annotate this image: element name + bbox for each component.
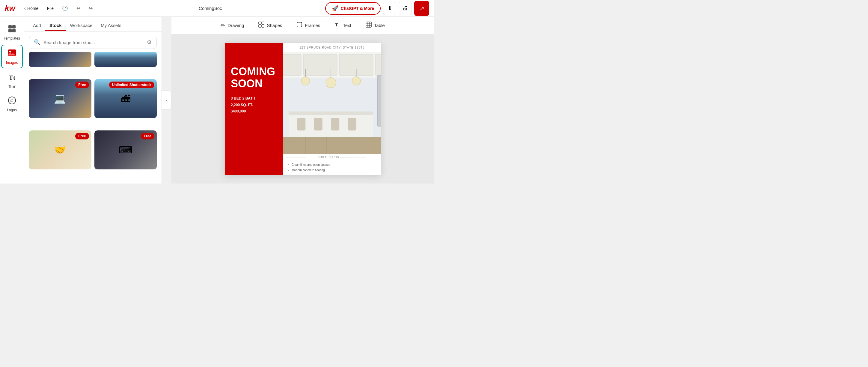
tab-workspace[interactable]: Workspace [66,20,97,31]
frames-label: Frames [305,23,320,28]
image-grid: 💻 Free 🏙 Unlimited Shutterstock 🤝 Free ⌨ [24,52,161,183]
download-icon: ⬇ [388,5,392,12]
svg-point-27 [301,77,310,85]
frames-tool[interactable]: Frames [294,20,322,30]
undo-button[interactable]: ↩ [73,4,83,13]
table-tool[interactable]: Table [363,20,387,30]
logos-label: Logos [7,108,17,112]
svg-rect-11 [259,25,261,27]
svg-rect-3 [12,29,16,32]
main-layout: Templates Images Tt Text [0,17,434,183]
frames-icon [297,22,303,29]
flyer-address: 123 SPRUCE ROAD CITY, STATE 12345 [283,43,381,52]
flyer-template: COMING SOON 3 BED 2 BATH 2,200 SQ. FT. $… [225,43,381,175]
table-label: Table [374,23,385,28]
text-label: Text [8,85,15,89]
images-icon [7,48,17,59]
drawing-label: Drawing [227,23,244,28]
list-item[interactable]: 🤝 Free [29,130,91,170]
images-label: Images [6,61,18,65]
svg-text:Tt: Tt [9,74,16,81]
svg-point-5 [9,51,11,53]
sidebar: Templates Images Tt Text [0,17,24,183]
filter-icon[interactable]: ⚙ [147,39,152,45]
home-label: Home [27,6,38,11]
free-badge: Free [75,82,89,88]
canvas-toolbar: ✏ Drawing Shapes [172,17,434,34]
back-icon: ‹ [24,6,26,11]
kitchen-photo [283,52,381,154]
flyer-built-year: BUILT IN 2015 —— [283,154,381,160]
sidebar-item-images[interactable]: Images [1,45,23,68]
redo-icon: ↪ [89,5,93,11]
tab-my-assets[interactable]: My Assets [96,20,125,31]
download-button[interactable]: ⬇ [383,2,396,15]
share-icon: ↗ [419,5,425,12]
kw-logo: kw [5,4,15,13]
document-title: ComingSoc [98,6,323,11]
svg-rect-34 [289,112,373,115]
redo-button[interactable]: ↪ [86,4,96,13]
svg-rect-16 [366,22,371,27]
search-input[interactable] [43,40,144,45]
tab-add[interactable]: Add [29,20,45,31]
chatgpt-button[interactable]: 🚀 ChatGPT & More [325,2,381,15]
free-badge: Free [141,133,154,140]
flyer-features-list: Clean lines and open spaces Modern concr… [283,160,381,175]
chatgpt-label: ChatGPT & More [341,6,374,11]
flyer-photo-panel: 123 SPRUCE ROAD CITY, STATE 12345 [283,43,381,175]
search-bar[interactable]: 🔍 ⚙ [29,36,157,49]
coming-soon-heading: COMING SOON [231,66,277,89]
history-button[interactable]: 🕐 [59,4,71,13]
rocket-icon: 🚀 [332,5,338,12]
text-label: Text [343,23,351,28]
svg-rect-2 [8,29,12,32]
file-label: File [47,6,54,11]
svg-rect-0 [8,25,12,29]
text-tool-icon: Tt [7,72,17,84]
chevron-left-icon: ‹ [166,97,167,103]
svg-rect-10 [262,22,264,24]
tab-stock[interactable]: Stock [45,20,66,31]
svg-rect-37 [331,118,339,130]
list-item[interactable]: 🏙 Unlimited Shutterstock [94,79,157,118]
top-navigation: kw ‹ Home File 🕐 ↩ ↪ ComingSoc 🚀 ChatGPT… [0,0,434,17]
print-button[interactable]: 🖨 [399,2,412,15]
sidebar-item-templates[interactable]: Templates [1,22,23,43]
text-tool[interactable]: T Text [332,20,354,30]
panel-collapse-button[interactable]: ‹ [162,91,172,110]
shapes-icon [258,22,265,29]
pencil-icon: ✏ [221,22,225,29]
svg-rect-24 [303,54,337,75]
shapes-tool[interactable]: Shapes [256,20,284,30]
image-panel: Add Stock Workspace My Assets 🔍 ⚙ 💻 [24,17,162,183]
sidebar-item-logos[interactable]: © Logos [1,93,23,115]
canvas-content[interactable]: COMING SOON 3 BED 2 BATH 2,200 SQ. FT. $… [172,34,434,183]
logos-icon: © [8,96,16,107]
file-button[interactable]: File [44,4,57,12]
templates-label: Templates [4,36,20,40]
list-item[interactable]: 💻 Free [29,79,91,118]
svg-rect-41 [283,137,381,154]
svg-rect-35 [297,118,305,130]
table-icon [366,22,372,29]
home-button[interactable]: ‹ Home [21,4,42,13]
svg-rect-39 [377,75,381,126]
svg-rect-1 [12,25,16,29]
svg-rect-13 [297,22,302,27]
svg-text:©: © [10,99,13,103]
history-icon: 🕐 [62,5,68,11]
text-icon: T [335,22,340,29]
templates-icon [8,25,16,35]
canvas-area: ✏ Drawing Shapes [172,17,434,183]
sidebar-item-text[interactable]: Tt Text [1,69,23,92]
svg-rect-36 [314,118,322,130]
list-item[interactable] [94,52,157,67]
share-button[interactable]: ↗ [414,1,429,16]
list-item[interactable] [29,52,91,67]
flyer-property-details: 3 BED 2 BATH 2,200 SQ. FT. $400,000 [231,95,277,115]
drawing-tool[interactable]: ✏ Drawing [218,21,246,30]
list-item[interactable]: ⌨ Free [94,130,157,170]
svg-rect-9 [259,22,261,24]
undo-icon: ↩ [76,5,80,11]
